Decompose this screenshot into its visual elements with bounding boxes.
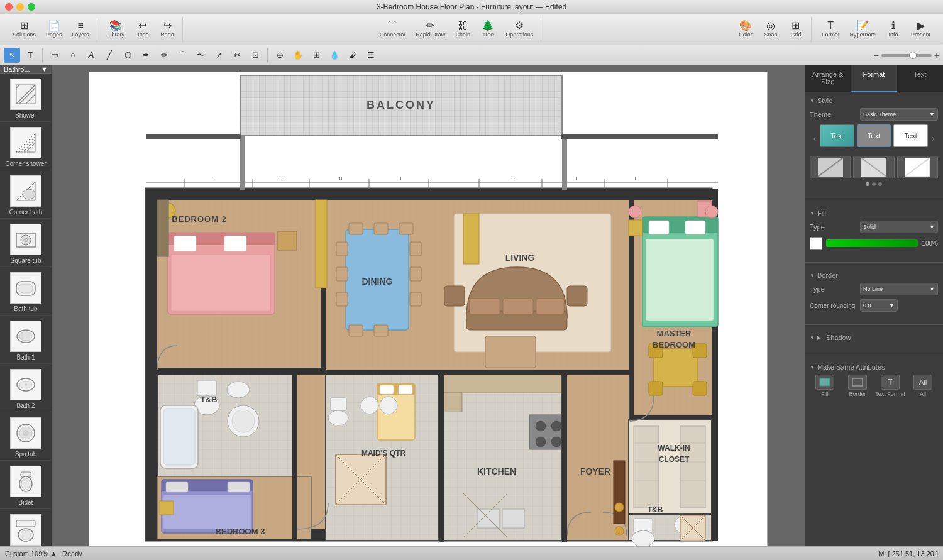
window-controls[interactable]	[5, 3, 35, 11]
tree-button[interactable]: 🌲 Tree	[477, 19, 499, 39]
present-button[interactable]: ▶ Present	[907, 19, 934, 39]
sidebar-item-shower[interactable]: Shower	[0, 74, 52, 122]
pencil-tool[interactable]: ✏	[156, 48, 172, 63]
text-tool-btn[interactable]: T	[22, 48, 38, 63]
ellipse-tool[interactable]: ○	[65, 48, 81, 63]
theme-row: Theme Basic Theme ▼	[810, 108, 938, 121]
style-option-white[interactable]: Text	[893, 124, 928, 147]
sidebar-item-wall-toilet[interactable]: Wall toilet	[0, 509, 52, 546]
rapid-draw-button[interactable]: ✏ Rapid Draw	[412, 19, 449, 39]
text-shape-tool[interactable]: A	[83, 48, 99, 63]
color-button[interactable]: 🎨 Color	[734, 19, 757, 39]
snap-button[interactable]: ◎ Snap	[759, 19, 782, 39]
divider-1	[805, 200, 943, 200]
cut-tool[interactable]: ✂	[229, 48, 245, 63]
zoom-area-tool[interactable]: ⊞	[308, 48, 324, 63]
sidebar-item-bath2[interactable]: Bath 2	[0, 364, 52, 412]
sidebar-item-spa-tub[interactable]: Spa tub	[0, 412, 52, 461]
redo-button[interactable]: ↪ Redo	[156, 19, 179, 39]
sidebar-item-bidet[interactable]: Bidet	[0, 461, 52, 509]
tab-arrange-size[interactable]: Arrange & Size	[805, 65, 851, 92]
style-prev-button[interactable]: ‹	[810, 133, 820, 143]
layers-button[interactable]: ≡ Layers	[69, 19, 93, 39]
style-option-diag-right[interactable]	[853, 156, 894, 178]
make-same-border-icon	[848, 375, 867, 390]
undo-button[interactable]: ↩ Undo	[131, 19, 153, 39]
rectangle-tool[interactable]: ▭	[47, 48, 63, 63]
eyedrop-tool[interactable]: 💧	[326, 48, 343, 63]
style-option-teal[interactable]: Text	[820, 124, 854, 147]
tab-format[interactable]: Format	[851, 65, 896, 92]
pages-button[interactable]: 📄 Pages	[42, 19, 66, 39]
zoom-in-icon[interactable]: +	[934, 50, 939, 60]
zoom-dropdown[interactable]: Custom 109% ▲	[5, 550, 57, 557]
close-button[interactable]	[5, 3, 13, 11]
style-options-grid-2	[810, 156, 938, 178]
make-same-fill-button[interactable]: Fill	[810, 375, 840, 397]
pen-tool[interactable]: ✒	[138, 48, 154, 63]
zoom-slider[interactable]	[881, 54, 932, 57]
chain-button[interactable]: ⛓ Chain	[451, 19, 474, 39]
zoom-in-tool[interactable]: ⊕	[272, 48, 288, 63]
connector-button[interactable]: ⌒ Connector	[376, 19, 410, 39]
shower-icon	[10, 79, 41, 110]
format-brush-tool[interactable]: ☰	[363, 48, 379, 63]
fill-type-dropdown[interactable]: Solid ▼	[860, 221, 938, 233]
wave-tool[interactable]: 〜	[192, 48, 209, 63]
make-same-border-button[interactable]: Border	[842, 375, 873, 397]
toolbar-group-format: T Format 📝 Hypernote ℹ Info ▶ Present	[814, 17, 938, 42]
polygon-tool[interactable]: ⬡	[119, 48, 136, 63]
svg-rect-202	[146, 134, 241, 139]
make-same-all-button[interactable]: All All	[908, 375, 938, 397]
zoom-thumb[interactable]	[909, 52, 917, 59]
style-option-gray[interactable]: Text	[857, 124, 891, 147]
sidebar-category-dropdown[interactable]: Bathro... ▼	[0, 65, 52, 74]
fill-color-swatch[interactable]	[810, 237, 822, 250]
pointer-tool[interactable]: ↖	[4, 48, 20, 63]
grid-icon: ⊞	[791, 21, 800, 31]
zoom-out-icon[interactable]: −	[874, 50, 879, 60]
freehand-tool[interactable]: ↗	[211, 48, 227, 63]
pan-tool[interactable]: ✋	[290, 48, 306, 63]
sidebar-item-corner-bath[interactable]: Corner bath	[0, 170, 52, 219]
svg-rect-100	[503, 299, 533, 314]
line-segment-tool[interactable]: ╱	[101, 48, 118, 63]
solutions-button[interactable]: ⊞ Solutions	[9, 19, 40, 39]
corner-rounding-input[interactable]: 0.0 ▼	[860, 299, 898, 312]
canvas-area[interactable]: BALCONY 8 8 8 8 8 8	[52, 65, 805, 546]
svg-rect-164	[614, 461, 625, 524]
style-option-white-diag[interactable]	[897, 156, 938, 178]
crop-tool[interactable]: ⊡	[247, 48, 263, 63]
style-next-button[interactable]: ›	[928, 133, 938, 143]
format-button[interactable]: T Format	[818, 19, 844, 39]
window-title: 3-Bedroom House Floor Plan - Furniture l…	[377, 3, 566, 11]
connector-icon: ⌒	[387, 21, 397, 31]
arc-tool[interactable]: ⌒	[174, 48, 190, 63]
sidebar-item-square-tub[interactable]: Square tub	[0, 219, 52, 267]
fill-section-title: Fill	[810, 209, 938, 217]
hypernote-button[interactable]: 📝 Hypernote	[846, 19, 880, 39]
make-same-title: Make Same Attributes	[810, 363, 938, 371]
maximize-button[interactable]	[28, 3, 35, 11]
sidebar-item-bath-tub[interactable]: Bath tub	[0, 267, 52, 316]
svg-rect-199	[562, 370, 567, 542]
tab-text[interactable]: Text	[897, 65, 943, 92]
style-option-diag-left[interactable]	[810, 156, 851, 178]
border-type-dropdown[interactable]: No Line ▼	[860, 283, 938, 295]
fill-opacity-slider[interactable]	[826, 239, 918, 247]
minimize-button[interactable]	[16, 3, 24, 11]
sidebar-item-bath1[interactable]: Bath 1	[0, 316, 52, 364]
grid-button[interactable]: ⊞ Grid	[785, 19, 807, 39]
border-type-row: Type No Line ▼	[810, 283, 938, 295]
make-same-text-format-button[interactable]: T Text Format	[875, 375, 905, 397]
sidebar-item-corner-shower[interactable]: Corner shower	[0, 122, 52, 170]
canvas[interactable]: BALCONY 8 8 8 8 8 8	[89, 72, 768, 546]
svg-rect-195	[292, 476, 297, 539]
operations-button[interactable]: ⚙ Operations	[502, 19, 537, 39]
paint-tool[interactable]: 🖌	[345, 48, 361, 63]
format-icon: T	[827, 21, 834, 31]
theme-dropdown[interactable]: Basic Theme ▼	[860, 108, 938, 121]
info-button[interactable]: ℹ Info	[882, 19, 905, 39]
bidet-label: Bidet	[19, 499, 33, 506]
library-button[interactable]: 📚 Library	[104, 19, 129, 39]
